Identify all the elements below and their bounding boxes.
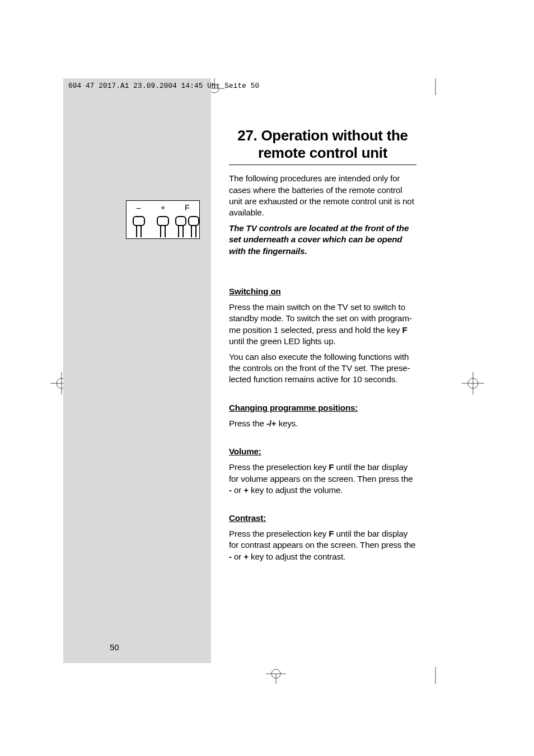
switching-on-p1: Press the main switch on the TV set to s… [229,302,416,347]
contrast-p1: Press the preselection key F until the b… [229,528,416,562]
diagram-label-minus: – [127,203,151,212]
sidebar-grey-block [63,78,211,663]
section-title: 27. Operation without the remote control… [229,127,416,161]
switching-on-p2: You can also execute the following funct… [229,351,416,386]
f-button-icon-2 [188,216,199,226]
diagram-label-plus: + [151,203,175,212]
main-content-column: 27. Operation without the remote control… [229,127,416,567]
heading-switching-on: Switching on [229,286,416,297]
crop-mark-right [462,372,484,395]
volume-p1: Press the preselection key F until the b… [229,462,416,496]
heading-changing-positions: Changing programme positions: [229,402,416,414]
file-header-line: 604 47 2017.A1 23.09.2004 14:45 Uhr Seit… [68,82,259,90]
plus-button-icon [157,216,169,226]
crop-mark-bottom [63,667,435,684]
f-button-icon-1 [175,216,186,226]
button-diagram: – + F [126,200,200,239]
crop-mark-corner-tr [427,78,444,95]
diagram-label-f: F [175,203,199,212]
heading-contrast: Contrast: [229,513,416,524]
note-paragraph: The TV controls are located at the front… [229,223,416,257]
intro-paragraph: The following procedures are intended on… [229,173,416,218]
title-underline [229,165,416,165]
changing-positions-p1: Press the -/+ keys. [229,418,416,429]
crop-mark-corner-br [427,667,444,684]
title-line-1: 27. Operation without the [237,127,408,144]
title-line-2: remote control unit [258,144,387,161]
minus-button-icon [133,216,145,226]
page-number: 50 [110,642,119,652]
heading-volume: Volume: [229,446,416,457]
